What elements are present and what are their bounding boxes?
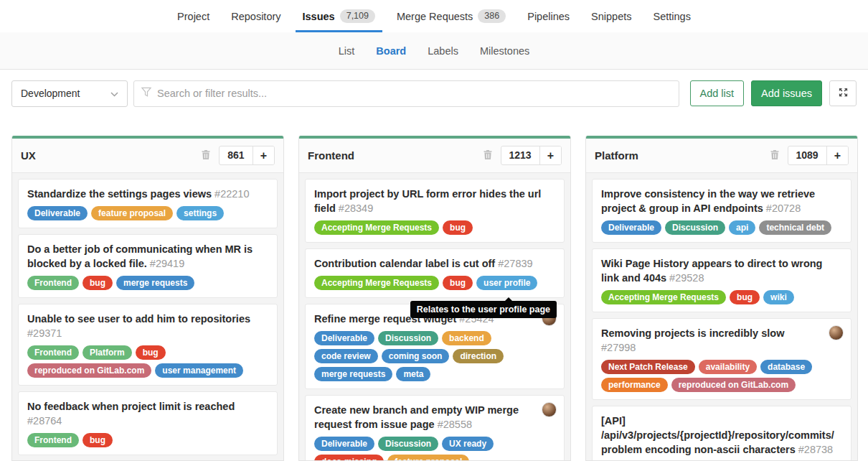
search-filter-box[interactable] [133,80,679,107]
nav-tab-issues[interactable]: Issues7,109 [303,0,375,32]
label-reproduced-on-gitlab-com[interactable]: reproduced on GitLab.com [671,378,796,392]
label-bug[interactable]: bug [82,276,113,290]
label-bug[interactable]: bug [136,345,166,360]
label-deliverable[interactable]: Deliverable [314,331,374,345]
label-bug[interactable]: bug [730,290,760,304]
issue-number: #28738 [798,444,833,455]
label-performance[interactable]: performance [601,378,668,392]
label-deliverable[interactable]: Deliverable [314,437,374,451]
add-issue-to-list-button[interactable]: + [253,146,274,164]
label-accepting-merge-requests[interactable]: Accepting Merge Requests [314,220,439,235]
label-frontend[interactable]: Frontend [27,345,79,360]
label-frontend[interactable]: Frontend [27,276,79,290]
label-bug[interactable]: bug [443,276,473,290]
label-deliverable[interactable]: Deliverable [601,220,661,235]
subnav-tab-board[interactable]: Board [376,45,406,57]
label-next-patch-release[interactable]: Next Patch Release [601,360,695,374]
label-backend[interactable]: backend [442,331,491,345]
nav-tab-repository[interactable]: Repository [231,0,280,32]
fullscreen-expand-icon [838,87,849,100]
label-bug[interactable]: bug [82,433,113,447]
label-settings[interactable]: settings [176,206,224,220]
label-user-profile[interactable]: user profile [476,276,537,290]
label-deliverable[interactable]: Deliverable [27,206,88,220]
board-column-ux: UX861+Standardize the settings pages vie… [11,136,284,461]
label-merge-requests[interactable]: merge requests [314,367,392,381]
label-discussion[interactable]: Discussion [665,220,725,235]
issue-title: No feedback when project limit is reache… [27,399,268,428]
issue-title: Contribution calendar label is cut off #… [314,256,555,271]
label-tooltip: Relates to the user profile page [410,301,557,318]
nav-tab-label: Project [177,11,209,22]
nav-tab-snippets[interactable]: Snippets [591,0,631,32]
label-wiki[interactable]: wiki [763,290,794,304]
add-list-button[interactable]: Add list [690,80,745,106]
subnav-tab-list[interactable]: List [339,45,355,57]
assignee-avatar[interactable] [829,325,844,340]
issue-number: #20728 [766,202,801,214]
label-api[interactable]: api [729,220,755,235]
add-issue-to-list-button[interactable]: + [539,146,561,164]
label-user-management[interactable]: user management [155,363,243,378]
fullscreen-button[interactable] [829,80,857,106]
add-issue-to-list-button[interactable]: + [826,146,848,164]
issue-number: #29371 [27,327,62,339]
issue-card[interactable]: Unable to see user to add him to reposit… [18,304,278,386]
issue-card[interactable]: Contribution calendar label is cut off #… [305,248,565,298]
label-discussion[interactable]: Discussion [378,331,438,345]
issue-title: Unable to see user to add him to reposit… [27,312,268,340]
issue-card[interactable]: Create new branch and empty WIP merge re… [305,395,565,460]
label-coming-soon[interactable]: coming soon [382,349,450,363]
issue-card[interactable]: Do a better job of communicating when MR… [18,234,278,298]
issue-labels: Accepting Merge Requestsbugwiki [601,290,842,304]
label-feature-proposal[interactable]: feature proposal [91,206,173,220]
board-filter-bar: Development Add list Add issues [0,70,868,106]
board-switcher-dropdown[interactable]: Development [11,80,128,107]
label-accepting-merge-requests[interactable]: Accepting Merge Requests [601,290,726,304]
issue-number: #22210 [214,188,249,200]
subnav-tab-milestones[interactable]: Milestones [480,45,529,57]
board-column-frontend: Frontend1213+Import project by URL form … [298,136,571,461]
delete-list-button[interactable] [199,148,212,164]
issue-card[interactable]: Import project by URL form error hides t… [305,179,565,243]
issue-number: #29419 [150,258,184,269]
label-reproduced-on-gitlab-com[interactable]: reproduced on GitLab.com [27,363,151,378]
delete-list-button[interactable] [768,148,781,164]
issue-card[interactable]: Removing projects is incredibly slow #27… [592,318,852,400]
label-feature-proposal[interactable]: feature proposal [387,455,469,460]
issue-card[interactable]: Wiki Page History appears to direct to w… [592,248,852,312]
label-frontend[interactable]: Frontend [27,433,79,447]
nav-tab-pipelines[interactable]: Pipelines [527,0,570,32]
label-docs-missing[interactable]: docs-missing [314,455,384,460]
issue-number: #28349 [339,202,373,214]
add-issues-button[interactable]: Add issues [751,80,822,106]
label-technical-debt[interactable]: technical debt [759,220,831,235]
label-code-review[interactable]: code review [314,349,378,363]
assignee-avatar[interactable] [542,402,557,417]
list-issue-count: 1089 [788,146,826,164]
issue-card[interactable]: Standardize the settings pages views #22… [18,179,278,228]
issue-title-text: No feedback when project limit is reache… [27,401,235,412]
label-discussion[interactable]: Discussion [378,437,438,451]
nav-tab-project[interactable]: Project [177,0,209,32]
label-database[interactable]: database [760,360,812,374]
trash-icon [201,149,211,162]
search-input[interactable] [157,88,671,99]
issue-card[interactable]: No feedback when project limit is reache… [18,391,278,455]
issue-card[interactable]: Improve consistency in the way we retrie… [592,179,852,243]
nav-tab-merge-requests[interactable]: Merge Requests386 [397,0,506,32]
nav-tab-settings[interactable]: Settings [654,0,691,32]
label-availability[interactable]: availability [699,360,757,374]
label-direction[interactable]: direction [453,349,504,363]
label-platform[interactable]: Platform [82,345,132,360]
subnav-tab-labels[interactable]: Labels [428,45,458,57]
delete-list-button[interactable] [481,148,494,164]
label-bug[interactable]: bug [443,220,473,235]
label-accepting-merge-requests[interactable]: Accepting Merge Requests [314,276,439,290]
label-merge-requests[interactable]: merge requests [116,276,194,290]
label-ux-ready[interactable]: UX ready [442,437,494,451]
label-meta[interactable]: meta [396,367,430,381]
issue-card[interactable]: [API] /api/v3/projects/{projectId}/repos… [592,406,852,460]
issue-number: #28558 [438,419,472,430]
issue-title: Standardize the settings pages views #22… [27,187,268,201]
